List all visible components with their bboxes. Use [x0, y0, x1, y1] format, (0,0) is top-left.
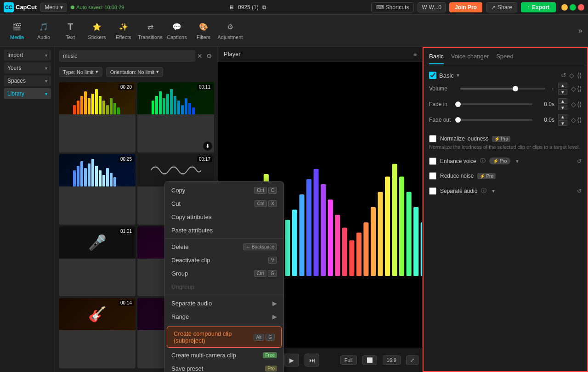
logo-icon: CC: [4, 2, 14, 12]
ctx-group[interactable]: Group Ctrl G: [165, 267, 283, 280]
tab-speed[interactable]: Speed: [496, 49, 514, 64]
menu-button[interactable]: Menu ▾: [40, 3, 67, 12]
tab-voice-changer[interactable]: Voice changer: [451, 49, 489, 64]
type-filter[interactable]: Type: No limit ▾: [59, 67, 102, 77]
fade-out-stepper[interactable]: ▲ ▼: [558, 114, 567, 126]
fade-in-slider[interactable]: [458, 103, 532, 105]
sidebar-spaces[interactable]: Spaces ▾: [4, 75, 51, 86]
fade-in-keyframe-icon[interactable]: ◇: [571, 101, 576, 108]
minimize-button[interactable]: [561, 4, 568, 11]
toolbar-expand-button[interactable]: »: [577, 25, 584, 37]
sidebar-section: Import ▾ Yours ▾ Spaces ▾ Library ▾: [0, 47, 55, 104]
volume-up[interactable]: ▲: [558, 83, 567, 88]
tool-effects[interactable]: ✨ Effects: [110, 17, 137, 45]
ctx-paste-attributes[interactable]: Paste attributes: [165, 224, 283, 237]
fade-out-more-icon[interactable]: ⟨⟩: [577, 116, 582, 124]
ctx-save-preset[interactable]: Save preset Pro: [165, 362, 283, 372]
player-fit-button[interactable]: ⤢: [406, 355, 418, 365]
separate-info-icon[interactable]: ⓘ: [481, 187, 486, 195]
fade-out-keyframe-icon[interactable]: ◇: [571, 116, 576, 124]
ctx-cut[interactable]: Cut Ctrl X: [165, 197, 283, 210]
ctx-copy[interactable]: Copy Ctrl C: [165, 184, 283, 197]
enhance-reset-icon[interactable]: ↺: [577, 158, 582, 164]
close-button[interactable]: [578, 4, 584, 11]
enhance-checkbox[interactable]: [429, 158, 436, 165]
tool-filters[interactable]: 🎨 Filters: [190, 17, 217, 45]
separate-audio-label: Separate audio: [440, 188, 477, 194]
ctx-create-multicamera[interactable]: Create multi-camera clip Free: [165, 349, 283, 362]
share-button[interactable]: ↗ Share: [486, 2, 517, 12]
basic-checkbox[interactable]: [429, 72, 436, 79]
reset-icon[interactable]: ↺: [561, 72, 566, 79]
workspace-button[interactable]: W W...0: [418, 2, 446, 12]
tool-adjustment[interactable]: ⚙ Adjustment: [217, 17, 243, 45]
tool-stickers[interactable]: ⭐ Stickers: [84, 17, 110, 45]
separate-audio-checkbox[interactable]: [429, 187, 436, 195]
player-crop-button[interactable]: ⬜: [362, 355, 377, 365]
separate-dropdown-icon[interactable]: ▾: [492, 188, 495, 194]
search-clear-button[interactable]: ✕: [197, 52, 203, 60]
keyframe-icon[interactable]: ◇: [569, 72, 574, 79]
enhance-info-icon[interactable]: ⓘ: [480, 157, 486, 165]
volume-minus-btn[interactable]: -: [549, 85, 556, 92]
player-menu-icon[interactable]: ≡: [413, 51, 417, 57]
joinpro-button[interactable]: Join Pro: [449, 2, 482, 12]
sidebar-yours[interactable]: Yours ▾: [4, 62, 51, 73]
tool-stickers-label: Stickers: [88, 34, 106, 40]
player-forward-button[interactable]: ⏭: [305, 354, 319, 366]
fade-out-slider[interactable]: [458, 119, 532, 121]
svg-rect-52: [328, 199, 333, 276]
search-filter-button[interactable]: ⚙: [204, 51, 214, 61]
volume-slider[interactable]: [460, 88, 545, 90]
fade-in-up[interactable]: ▲: [558, 98, 567, 104]
orientation-filter[interactable]: Orientation: No limit ▾: [106, 67, 164, 77]
reduce-noise-checkbox[interactable]: [429, 172, 436, 180]
svg-rect-51: [321, 184, 326, 276]
fade-in-down[interactable]: ▼: [558, 105, 567, 110]
media-item[interactable]: 🎸 00:14: [59, 298, 136, 368]
media-search-input[interactable]: [59, 51, 195, 62]
more-icon[interactable]: ⟨⟩: [577, 72, 582, 79]
fade-in-stepper[interactable]: ▲ ▼: [558, 98, 567, 110]
volume-keyframe-icon[interactable]: ◇: [571, 85, 576, 92]
volume-more-icon[interactable]: ⟨⟩: [577, 85, 582, 92]
tab-basic[interactable]: Basic: [429, 49, 444, 64]
normalize-checkbox[interactable]: [429, 135, 436, 142]
media-item[interactable]: 🎤 01:01: [59, 226, 136, 297]
autosave-dot: [71, 6, 74, 9]
volume-stepper[interactable]: ▲ ▼: [558, 83, 567, 95]
shortcuts-button[interactable]: ⌨ Shortcuts: [371, 2, 414, 12]
ctx-deactivate[interactable]: Deactivate clip V: [165, 254, 283, 267]
tool-text[interactable]: T Text: [57, 17, 84, 45]
fade-out-down[interactable]: ▼: [558, 120, 567, 126]
ctx-delete[interactable]: Delete ← Backspace: [165, 240, 283, 254]
svg-rect-32: [99, 170, 102, 186]
sidebar-import[interactable]: Import ▾: [4, 50, 51, 61]
app-logo: CC CapCut: [4, 2, 37, 12]
player-fullscreen-button[interactable]: Full: [340, 355, 357, 365]
separate-reset-icon[interactable]: ↺: [577, 188, 582, 194]
ctx-create-compound-clip[interactable]: Create compound clip (subproject) Alt G: [167, 327, 282, 348]
tool-media[interactable]: 🎬 Media: [4, 17, 30, 45]
tool-captions[interactable]: 💬 Captions: [164, 17, 190, 45]
media-item[interactable]: 00:25: [59, 154, 136, 225]
export-button[interactable]: ↑ Export: [521, 2, 556, 12]
tool-audio[interactable]: 🎵 Audio: [30, 17, 57, 45]
fade-out-up[interactable]: ▲: [558, 114, 567, 119]
media-item[interactable]: 00:20: [59, 82, 136, 152]
ctx-copy-attributes[interactable]: Copy attributes: [165, 210, 283, 224]
ctx-range[interactable]: Range ▶: [165, 310, 283, 323]
fade-in-more-icon[interactable]: ⟨⟩: [577, 101, 582, 108]
volume-down[interactable]: ▼: [558, 89, 567, 95]
download-icon[interactable]: ⬇: [203, 141, 212, 151]
ctx-separate-audio[interactable]: Separate audio ▶: [165, 297, 283, 310]
maximize-button[interactable]: [570, 4, 576, 11]
tool-transitions[interactable]: ⇄ Transitions: [137, 17, 164, 45]
enhance-dropdown-icon[interactable]: ▾: [516, 158, 519, 164]
svg-rect-17: [166, 94, 169, 114]
window-controls: [561, 4, 584, 11]
player-next-frame-button[interactable]: ▶: [284, 354, 299, 366]
media-item[interactable]: 00:11 ⬇: [137, 82, 214, 152]
sidebar-library[interactable]: Library ▾: [4, 88, 51, 99]
player-ratio-button[interactable]: 16:9: [383, 355, 401, 365]
